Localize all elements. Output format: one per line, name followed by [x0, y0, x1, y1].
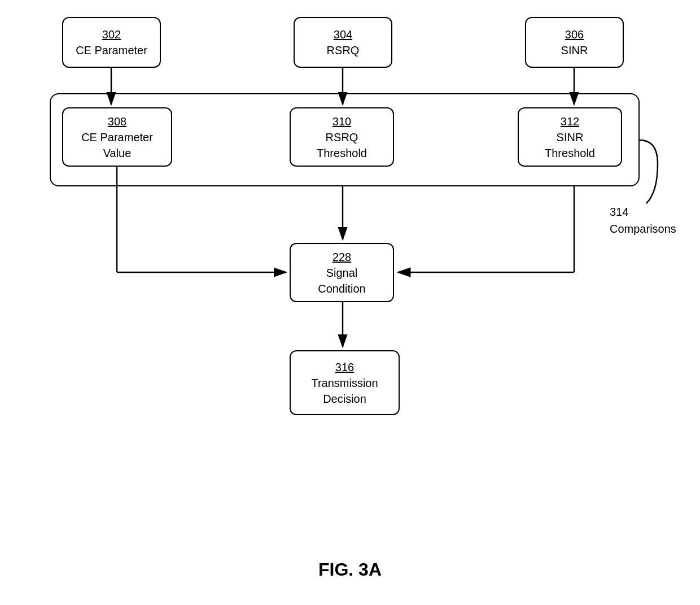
ref-306: 306	[565, 27, 584, 42]
label-312: SINR Threshold	[545, 129, 595, 161]
ref-312: 312	[561, 114, 579, 129]
node-312: 312 SINR Threshold	[518, 107, 622, 167]
ref-302: 302	[102, 27, 121, 42]
ref-304: 304	[334, 27, 352, 42]
node-308: 308 CE Parameter Value	[62, 107, 172, 167]
figure-label: FIG. 3A	[318, 559, 382, 580]
label-308: CE Parameter Value	[81, 129, 153, 161]
label-304: RSRQ	[327, 42, 360, 58]
node-310: 310 RSRQ Threshold	[290, 107, 394, 167]
node-304: 304 RSRQ	[294, 17, 392, 68]
comparisons-text: 314 Comparisons	[610, 206, 676, 235]
ref-310: 310	[333, 114, 351, 129]
label-310: RSRQ Threshold	[317, 129, 367, 161]
label-316: Transmission Decision	[311, 375, 378, 407]
ref-308: 308	[108, 114, 126, 129]
label-314: 314 Comparisons	[610, 203, 676, 237]
label-228: Signal Condition	[318, 265, 366, 297]
label-302: CE Parameter	[76, 42, 147, 58]
node-306: 306 SINR	[525, 17, 624, 68]
node-228: 228 Signal Condition	[290, 243, 394, 302]
diagram: 302 CE Parameter 304 RSRQ 306 SINR 308 C…	[0, 0, 700, 554]
ref-228: 228	[333, 249, 351, 265]
label-306: SINR	[561, 42, 588, 58]
node-302: 302 CE Parameter	[62, 17, 161, 68]
ref-316: 316	[335, 359, 354, 375]
node-316: 316 Transmission Decision	[290, 350, 400, 415]
